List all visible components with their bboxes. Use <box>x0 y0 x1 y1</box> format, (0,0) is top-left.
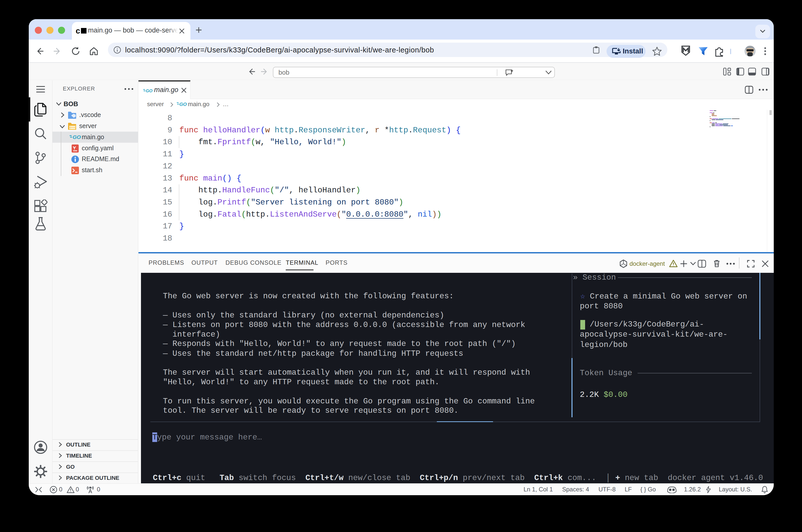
svg-text:GO: GO <box>179 101 187 107</box>
svg-text:GO: GO <box>73 134 81 140</box>
svg-text:GO: GO <box>146 89 152 93</box>
